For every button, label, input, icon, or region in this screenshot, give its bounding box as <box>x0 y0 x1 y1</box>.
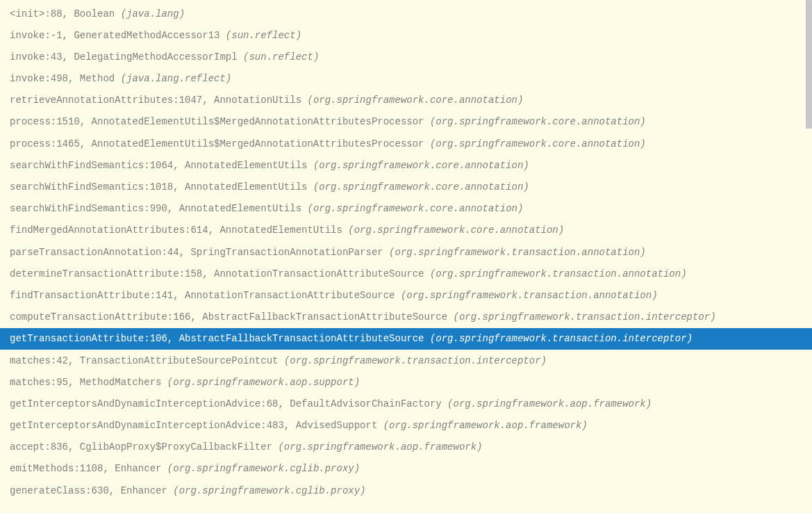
stack-frame-row[interactable]: accept:836, CglibAopProxy$ProxyCallbackF… <box>0 437 812 458</box>
frame-package-text: (org.springframework.aop.support) <box>167 377 360 388</box>
frame-main-text: parseTransactionAnnotation:44, SpringTra… <box>10 247 389 258</box>
frame-package-text: (org.springframework.transaction.annotat… <box>401 290 658 301</box>
frame-package-text: (org.springframework.core.annotation) <box>430 138 646 149</box>
frame-package-text: (org.springframework.aop.framework) <box>447 398 652 409</box>
stack-frame-row[interactable]: computeTransactionAttribute:166, Abstrac… <box>0 307 812 328</box>
frame-package-text: (org.springframework.transaction.interce… <box>454 311 716 323</box>
stack-frame-row[interactable]: generateClass:630, Enhancer (org.springf… <box>0 480 812 501</box>
scrollbar-thumb[interactable] <box>806 0 812 129</box>
frame-package-text: (java.lang.reflect) <box>121 73 232 84</box>
stack-frame-row[interactable]: determineTransactionAttribute:158, Annot… <box>0 263 812 284</box>
frame-package-text: (org.springframework.core.annotation) <box>430 116 646 127</box>
frame-main-text: searchWithFindSemantics:990, AnnotatedEl… <box>10 203 307 214</box>
frame-main-text: invoke:43, DelegatingMethodAccessorImpl <box>10 51 243 63</box>
frame-package-text: (org.springframework.core.annotation) <box>313 181 529 193</box>
stack-frame-row[interactable]: searchWithFindSemantics:1064, AnnotatedE… <box>0 154 812 176</box>
stack-frame-row[interactable]: emitMethods:1108, Enhancer (org.springfr… <box>0 458 812 480</box>
frame-main-text: searchWithFindSemantics:1018, AnnotatedE… <box>10 181 313 193</box>
frame-package-text: (org.springframework.transaction.annotat… <box>430 268 687 279</box>
frame-main-text: emitMethods:1108, Enhancer <box>10 463 167 474</box>
frame-main-text: findMergedAnnotationAttributes:614, Anno… <box>10 225 348 236</box>
stack-frame-row[interactable]: invoke:-1, GeneratedMethodAccessor13 (su… <box>0 24 812 46</box>
stack-frame-row[interactable]: searchWithFindSemantics:990, AnnotatedEl… <box>0 198 812 220</box>
frame-package-text: (org.springframework.core.annotation) <box>307 203 523 214</box>
stack-frame-row[interactable]: process:1465, AnnotatedElementUtils$Merg… <box>0 133 812 154</box>
frame-package-text: (org.springframework.transaction.interce… <box>430 333 693 344</box>
frames-list: <init>:88, Boolean (java.lang)invoke:-1,… <box>0 3 812 501</box>
stack-frame-row[interactable]: getTransactionAttribute:106, AbstractFal… <box>0 328 812 350</box>
frame-main-text: getInterceptorsAndDynamicInterceptionAdv… <box>10 420 383 431</box>
frame-main-text: process:1510, AnnotatedElementUtils$Merg… <box>10 116 430 127</box>
frame-main-text: invoke:498, Method <box>10 73 121 84</box>
stack-trace-panel: <init>:88, Boolean (java.lang)invoke:-1,… <box>0 0 812 513</box>
frame-package-text: (java.lang) <box>121 8 185 19</box>
stack-frame-row[interactable]: findTransactionAttribute:141, Annotation… <box>0 284 812 306</box>
frame-package-text: (org.springframework.core.annotation) <box>348 225 564 236</box>
frame-package-text: (org.springframework.cglib.proxy) <box>167 463 360 474</box>
frame-main-text: computeTransactionAttribute:166, Abstrac… <box>10 311 454 323</box>
frame-package-text: (org.springframework.aop.framework) <box>383 420 588 431</box>
stack-frame-row[interactable]: parseTransactionAnnotation:44, SpringTra… <box>0 241 812 263</box>
frame-package-text: (sun.reflect) <box>243 51 319 63</box>
frame-main-text: searchWithFindSemantics:1064, AnnotatedE… <box>10 160 313 171</box>
frame-main-text: determineTransactionAttribute:158, Annot… <box>10 268 430 279</box>
stack-frame-row[interactable]: invoke:498, Method (java.lang.reflect) <box>0 68 812 90</box>
frame-package-text: (org.springframework.transaction.annotat… <box>389 247 646 258</box>
frame-package-text: (org.springframework.core.annotation) <box>313 160 529 171</box>
stack-frame-row[interactable]: <init>:88, Boolean (java.lang) <box>0 3 812 24</box>
stack-frame-row[interactable]: retrieveAnnotationAttributes:1047, Annot… <box>0 90 812 111</box>
frame-package-text: (sun.reflect) <box>226 30 301 41</box>
stack-frame-row[interactable]: findMergedAnnotationAttributes:614, Anno… <box>0 220 812 241</box>
frame-main-text: getTransactionAttribute:106, AbstractFal… <box>10 333 430 344</box>
stack-frame-row[interactable]: searchWithFindSemantics:1018, AnnotatedE… <box>0 177 812 198</box>
frame-main-text: findTransactionAttribute:141, Annotation… <box>10 290 401 301</box>
stack-frame-row[interactable]: getInterceptorsAndDynamicInterceptionAdv… <box>0 415 812 437</box>
frame-main-text: generateClass:630, Enhancer <box>10 485 173 496</box>
frame-main-text: <init>:88, Boolean <box>10 8 121 19</box>
frame-main-text: getInterceptorsAndDynamicInterceptionAdv… <box>10 398 447 409</box>
frame-package-text: (org.springframework.aop.framework) <box>278 441 482 453</box>
frame-main-text: matches:95, MethodMatchers <box>10 377 167 388</box>
stack-frame-row[interactable]: matches:95, MethodMatchers (org.springfr… <box>0 371 812 393</box>
frame-main-text: accept:836, CglibAopProxy$ProxyCallbackF… <box>10 441 278 453</box>
frame-main-text: invoke:-1, GeneratedMethodAccessor13 <box>10 30 226 41</box>
frame-main-text: retrieveAnnotationAttributes:1047, Annot… <box>10 95 307 106</box>
stack-frame-row[interactable]: invoke:43, DelegatingMethodAccessorImpl … <box>0 46 812 67</box>
stack-frame-row[interactable]: process:1510, AnnotatedElementUtils$Merg… <box>0 111 812 133</box>
frame-package-text: (org.springframework.cglib.proxy) <box>173 485 365 496</box>
stack-frame-row[interactable]: getInterceptorsAndDynamicInterceptionAdv… <box>0 393 812 414</box>
stack-frame-row[interactable]: matches:42, TransactionAttributeSourcePo… <box>0 350 812 371</box>
frame-package-text: (org.springframework.transaction.interce… <box>284 355 547 366</box>
frame-package-text: (org.springframework.core.annotation) <box>307 95 523 106</box>
frame-main-text: process:1465, AnnotatedElementUtils$Merg… <box>10 138 430 149</box>
frame-main-text: matches:42, TransactionAttributeSourcePo… <box>10 355 284 366</box>
